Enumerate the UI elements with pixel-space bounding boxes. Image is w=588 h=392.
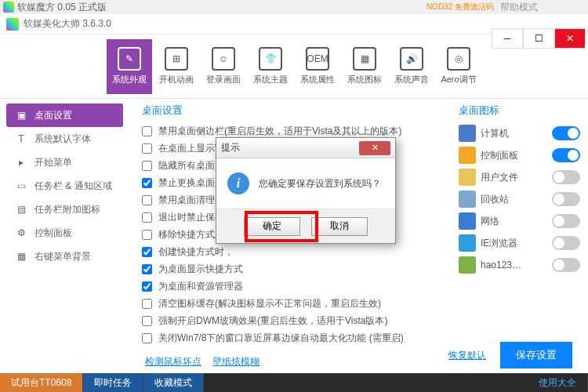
target-icon: ◎ [447,47,470,71]
sidebar-icon: ▭ [14,179,28,193]
right-title: 桌面图标 [459,103,580,118]
checkbox[interactable] [142,195,152,205]
outer-titlebar: 软媒魔方 0.05 正式版 NOD32 免费激活码 帮助模式 [0,0,588,14]
save-button[interactable]: 保存设置 [500,342,572,368]
toolbar-sound[interactable]: 🔊系统声音 [389,39,434,94]
check-label: 关闭Win7/8下的窗口靠近屏幕边缘自动最大化功能 (需重启) [158,332,404,345]
sidebar-icon: ▤ [14,202,28,216]
info-icon: i [227,172,249,194]
toolbar-label: 登录画面 [206,74,241,85]
window-title: 软媒美化大师 3.6.3.0 [24,17,111,31]
checkbox[interactable] [142,281,152,292]
sidebar-item-1[interactable]: T系统默认字体 [6,127,123,151]
restore-defaults-link[interactable]: 恢复默认 [448,349,486,362]
toolbar-user[interactable]: ☺登录画面 [201,39,246,94]
toolbar-label: Aero调节 [441,74,476,85]
icon-label: hao123… [481,260,547,270]
icon-label: 网络 [481,215,547,228]
checkbox[interactable] [142,161,152,171]
desktop-icon [459,147,476,164]
icon-label: 控制面板 [481,149,547,162]
outer-title: 软媒魔方 0.05 正式版 [17,1,107,14]
windows-icon: ⊞ [165,47,188,71]
desktop-icon [459,191,476,208]
sidebar-item-2[interactable]: ▸开始菜单 [6,151,123,174]
toolbar-windows[interactable]: ⊞开机动画 [154,39,199,94]
toolbar-picture[interactable]: ▦系统图标 [342,39,387,94]
minimize-button[interactable]: ─ [492,28,523,49]
check-row-12: 关闭Win7/8下的窗口靠近屏幕边缘自动最大化功能 (需重启) [142,329,438,347]
checkbox[interactable] [142,333,152,343]
icon-row-1: 控制面板 [459,144,580,166]
taskbar-seg-d[interactable]: 使用大全 [528,373,588,392]
check-row-7: 创建快捷方式时， [142,243,438,260]
check-label: 为桌面显示快捷方式 [158,263,243,276]
checkbox[interactable] [142,316,152,326]
checkbox[interactable] [142,247,152,257]
sidebar-icon: ▣ [14,108,28,122]
sidebar-label: 右键菜单背景 [34,250,91,263]
toggle-switch[interactable] [552,192,580,206]
sidebar-icon: T [14,132,28,146]
toggle-switch[interactable] [552,148,580,162]
check-row-10: 清空图标缓存(解决图标显示不正常问题，重启后生效) [142,295,438,312]
toolbar-label: 系统主题 [253,74,288,85]
toggle-switch[interactable] [552,170,580,184]
check-row-11: 强制开启DWM玻璃效果(重启后生效，适用于Vista版本) [142,312,438,329]
toggle-switch[interactable] [552,126,580,140]
checkbox[interactable] [142,264,152,274]
nod-label[interactable]: NOD32 免费激活码 [426,2,494,13]
sidebar-item-0[interactable]: ▣桌面设置 [6,103,123,127]
checkbox[interactable] [142,143,152,154]
desktop-icon [459,256,476,274]
taskbar-seg-c[interactable]: 收藏模式 [143,373,204,392]
link-wallpaper[interactable]: 壁纸炫模糊 [212,355,260,368]
bottom-taskbar: 试用台TT0608 即时任务 收藏模式 使用大全 [0,373,588,392]
toolbar-shirt[interactable]: 👕系统主题 [248,39,293,94]
checkbox[interactable] [142,178,152,188]
sidebar-item-6[interactable]: ▦右键菜单背景 [6,245,123,268]
sidebar-label: 控制面板 [34,227,72,240]
check-label: 创建快捷方式时， [158,245,234,259]
app-icon [3,2,14,13]
sidebar-label: 任务栏 & 通知区域 [34,180,112,193]
sidebar-label: 开始菜单 [34,156,72,169]
sidebar-item-3[interactable]: ▭任务栏 & 通知区域 [6,174,123,198]
cancel-button[interactable]: 取消 [311,217,368,236]
maximize-button[interactable]: ☐ [523,28,554,49]
icon-row-2: 用户文件 [459,166,580,188]
toolbar-oem[interactable]: OEM系统属性 [295,39,340,94]
dialog-titlebar[interactable]: 提示 ✕ [216,138,395,158]
link-check-pixels[interactable]: 检测鼠标坏点 [145,355,201,368]
dialog-close-button[interactable]: ✕ [359,141,390,155]
ok-button[interactable]: 确定 [244,217,300,236]
taskbar-seg-b[interactable]: 即时任务 [83,373,143,392]
sidebar-icon: ▸ [14,155,28,169]
dialog-buttons: 确定 取消 [216,209,395,243]
toolbar-brush[interactable]: ✎系统外观 [107,39,152,94]
checkbox[interactable] [142,126,152,136]
taskbar-seg-a[interactable]: 试用台TT0608 [0,373,83,392]
sidebar-icon: ▦ [14,249,28,263]
checkbox[interactable] [142,212,152,223]
toolbar-label: 开机动画 [159,74,194,85]
check-label: 强制开启DWM玻璃效果(重启后生效，适用于Vista版本) [158,314,387,328]
toolbar-label: 系统声音 [394,74,429,85]
icon-row-0: 计算机 [459,122,580,144]
toggle-switch[interactable] [552,236,580,250]
icon-row-4: 网络 [459,210,580,232]
icon-label: 回收站 [481,193,547,206]
toolbar-target[interactable]: ◎Aero调节 [436,39,481,94]
sidebar-item-4[interactable]: ▤任务栏附加图标 [6,198,123,221]
toggle-switch[interactable] [552,258,580,272]
sidebar-label: 系统默认字体 [34,132,91,146]
sidebar-label: 任务栏附加图标 [34,203,100,216]
icon-row-3: 回收站 [459,188,580,210]
brush-icon: ✎ [118,47,141,71]
checkbox[interactable] [142,299,152,309]
sidebar-item-5[interactable]: ⚙控制面板 [6,221,123,245]
desktop-icon [459,169,476,186]
checkbox[interactable] [142,230,152,240]
close-button[interactable]: ✕ [554,28,586,49]
toggle-switch[interactable] [552,214,580,228]
